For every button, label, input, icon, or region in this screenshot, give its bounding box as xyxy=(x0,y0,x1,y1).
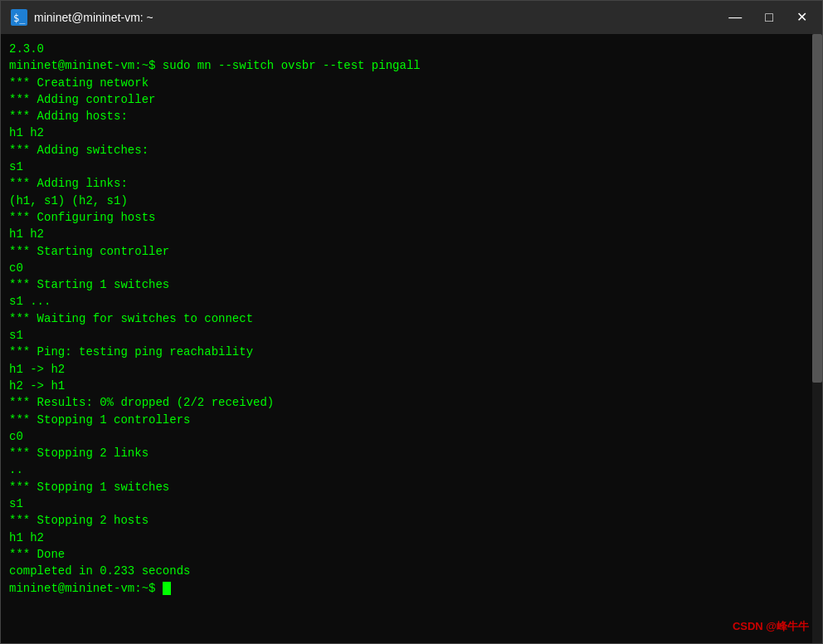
terminal-line: completed in 0.233 seconds xyxy=(9,563,814,579)
terminal-line: *** Ping: testing ping reachability xyxy=(9,344,814,360)
terminal-line: *** Configuring hosts xyxy=(9,209,814,226)
terminal-line: *** Starting controller xyxy=(9,243,814,260)
terminal-line: h1 -> h2 xyxy=(9,361,814,378)
terminal-line: *** Adding hosts: xyxy=(9,108,814,124)
terminal-cursor xyxy=(163,582,171,595)
title-bar: $_ mininet@mininet-vm: ~ — □ ✕ xyxy=(1,1,822,34)
terminal-line: mininet@mininet-vm:~$ sudo mn --switch o… xyxy=(9,57,814,74)
scrollbar[interactable] xyxy=(812,34,822,643)
terminal-line: 2.3.0 xyxy=(9,41,814,57)
terminal-line: s1 xyxy=(9,495,814,512)
window-title: mininet@mininet-vm: ~ xyxy=(34,11,153,24)
terminal-line: *** Stopping 2 links xyxy=(9,445,814,461)
terminal-line: *** Adding controller xyxy=(9,91,814,108)
terminal-line: mininet@mininet-vm:~$ xyxy=(9,580,814,597)
terminal-line: c0 xyxy=(9,260,814,276)
watermark: CSDN @峰牛牛 xyxy=(733,619,809,635)
terminal-line: s1 xyxy=(9,159,814,175)
terminal-line: *** Done xyxy=(9,546,814,563)
terminal-output: 2.3.0mininet@mininet-vm:~$ sudo mn --swi… xyxy=(9,41,814,597)
terminal-body[interactable]: 2.3.0mininet@mininet-vm:~$ sudo mn --swi… xyxy=(1,34,822,643)
svg-text:$_: $_ xyxy=(13,12,26,24)
terminal-line: *** Stopping 1 controllers xyxy=(9,412,814,428)
terminal-window: $_ mininet@mininet-vm: ~ — □ ✕ 2.3.0mini… xyxy=(0,0,823,644)
terminal-line: *** Results: 0% dropped (2/2 received) xyxy=(9,394,814,411)
terminal-line: *** Stopping 1 switches xyxy=(9,479,814,495)
terminal-line: s1 ... xyxy=(9,293,814,310)
terminal-line: *** Adding switches: xyxy=(9,142,814,159)
close-button[interactable]: ✕ xyxy=(791,7,812,27)
terminal-line: c0 xyxy=(9,428,814,445)
window-controls: — □ ✕ xyxy=(723,7,812,27)
terminal-line: h1 h2 xyxy=(9,226,814,242)
terminal-icon: $_ xyxy=(11,9,27,26)
terminal-line: *** Adding links: xyxy=(9,175,814,192)
terminal-line: (h1, s1) (h2, s1) xyxy=(9,193,814,209)
scrollbar-thumb[interactable] xyxy=(812,34,822,383)
terminal-line: *** Creating network xyxy=(9,75,814,91)
terminal-line: *** Waiting for switches to connect xyxy=(9,310,814,327)
title-bar-left: $_ mininet@mininet-vm: ~ xyxy=(11,9,153,26)
maximize-button[interactable]: □ xyxy=(760,7,778,27)
terminal-line: .. xyxy=(9,461,814,478)
terminal-line: h1 h2 xyxy=(9,529,814,546)
terminal-line: *** Stopping 2 hosts xyxy=(9,512,814,529)
minimize-button[interactable]: — xyxy=(723,7,747,27)
terminal-line: h2 -> h1 xyxy=(9,378,814,394)
terminal-line: *** Starting 1 switches xyxy=(9,276,814,293)
terminal-line: h1 h2 xyxy=(9,124,814,141)
terminal-line: s1 xyxy=(9,327,814,344)
